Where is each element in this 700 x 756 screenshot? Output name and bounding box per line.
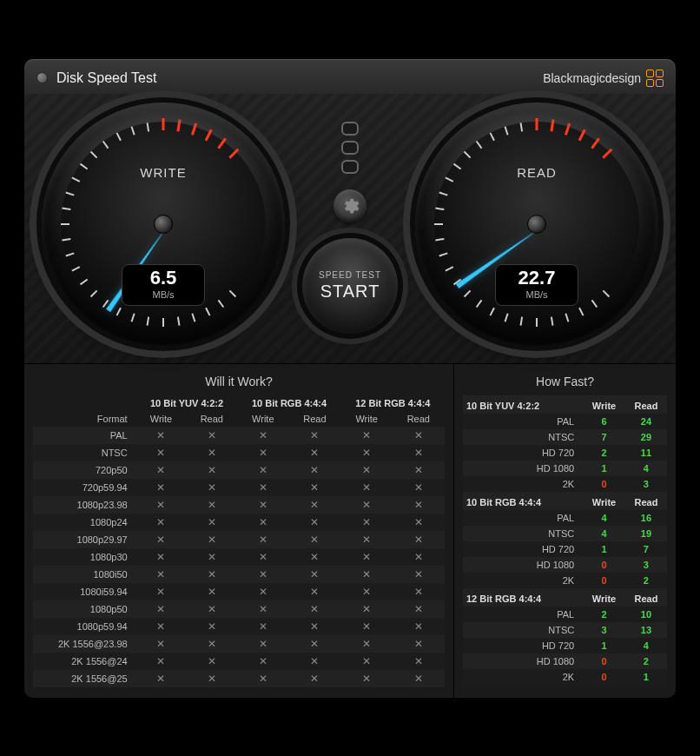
indicator-pill (341, 122, 359, 136)
table-row: 1080p50✕✕✕✕✕✕ (33, 600, 445, 618)
fail-icon: ✕ (136, 461, 187, 479)
read-fps: 1 (625, 669, 667, 685)
fail-icon: ✕ (237, 496, 288, 514)
fail-icon: ✕ (237, 653, 288, 670)
fail-icon: ✕ (136, 548, 187, 566)
fail-icon: ✕ (288, 635, 340, 653)
table-row: HD 720 1 4 (463, 638, 667, 653)
fail-icon: ✕ (341, 548, 393, 566)
write-fps: 1 (583, 541, 625, 557)
read-unit: MB/s (496, 289, 578, 300)
fail-icon: ✕ (288, 583, 340, 600)
format-label: 2K (463, 476, 583, 492)
format-label: HD 720 (463, 445, 583, 461)
table-row: 1080p23.98✕✕✕✕✕✕ (33, 496, 445, 514)
write-fps: 0 (583, 653, 625, 669)
fail-icon: ✕ (186, 444, 237, 461)
format-label: 2K 1556@24 (33, 653, 136, 670)
fail-icon: ✕ (341, 479, 393, 496)
fail-icon: ✕ (136, 653, 187, 670)
format-label: 2K (463, 669, 583, 685)
fail-icon: ✕ (186, 618, 237, 635)
start-subtitle: SPEED TEST (319, 270, 381, 280)
fail-icon: ✕ (393, 618, 445, 635)
fail-icon: ✕ (136, 531, 187, 548)
fail-icon: ✕ (237, 566, 288, 583)
fail-icon: ✕ (136, 583, 187, 600)
read-fps: 3 (625, 557, 667, 573)
fail-icon: ✕ (341, 600, 393, 618)
format-label: NTSC (463, 429, 583, 445)
fail-icon: ✕ (186, 531, 237, 548)
how-fast-panel: How Fast? 10 Bit YUV 4:2:2WriteReadPAL 6… (454, 364, 676, 698)
brand-logo-icon (646, 70, 664, 87)
read-fps: 4 (625, 461, 667, 476)
fail-icon: ✕ (237, 444, 288, 461)
fail-icon: ✕ (186, 653, 237, 670)
format-label: PAL (463, 414, 583, 429)
close-button[interactable] (36, 72, 48, 83)
fail-icon: ✕ (341, 566, 393, 583)
fail-icon: ✕ (341, 496, 393, 514)
fail-icon: ✕ (288, 600, 340, 618)
write-fps: 1 (583, 638, 625, 653)
table-row: 2K 1556@24✕✕✕✕✕✕ (33, 653, 445, 670)
table-row: 2K 0 2 (463, 573, 667, 588)
fail-icon: ✕ (393, 600, 445, 618)
table-row: PAL✕✕✕✕✕✕ (33, 427, 445, 444)
fail-icon: ✕ (136, 566, 187, 583)
table-row: 2K 1556@23.98✕✕✕✕✕✕ (33, 635, 445, 653)
indicator-pill (341, 141, 359, 155)
write-fps: 2 (583, 607, 625, 622)
will-it-work-title: Will it Work? (33, 371, 445, 395)
table-row: NTSC 3 13 (463, 622, 667, 638)
read-fps: 13 (625, 622, 667, 638)
table-row: 1080i50✕✕✕✕✕✕ (33, 566, 445, 583)
fail-icon: ✕ (237, 427, 288, 444)
wiw-group-header: 12 Bit RGB 4:4:4 (341, 395, 445, 411)
write-value: 6.5 (122, 269, 204, 288)
read-readout: 22.7 MB/s (495, 264, 578, 306)
fail-icon: ✕ (393, 548, 445, 566)
format-label: NTSC (463, 622, 583, 638)
format-label: HD 1080 (463, 653, 583, 669)
write-fps: 3 (583, 622, 625, 638)
how-fast-table: 10 Bit YUV 4:2:2WriteReadPAL 6 24NTSC 7 … (463, 395, 667, 685)
fail-icon: ✕ (186, 496, 237, 514)
start-button[interactable]: SPEED TEST START (302, 238, 398, 334)
wiw-col-header: Format (33, 411, 136, 427)
fail-icon: ✕ (186, 427, 237, 444)
fail-icon: ✕ (341, 531, 393, 548)
write-unit: MB/s (122, 289, 204, 300)
fail-icon: ✕ (237, 583, 288, 600)
format-label: 1080p30 (33, 548, 136, 566)
format-label: 2K (463, 573, 583, 588)
format-label: 1080p24 (33, 514, 136, 531)
write-fps: 0 (583, 573, 625, 588)
write-gauge-label: WRITE (42, 165, 285, 180)
disk-speed-test-window: Disk Speed Test Blackmagicdesign WRITE 6… (24, 59, 676, 698)
fail-icon: ✕ (237, 514, 288, 531)
table-row: 1080i59.94✕✕✕✕✕✕ (33, 583, 445, 600)
fail-icon: ✕ (341, 514, 393, 531)
section-header: 12 Bit RGB 4:4:4WriteRead (463, 588, 667, 607)
wiw-col-header: Write (136, 411, 187, 427)
fail-icon: ✕ (341, 461, 393, 479)
fail-icon: ✕ (341, 583, 393, 600)
fail-icon: ✕ (288, 427, 340, 444)
table-row: 2K 0 1 (463, 669, 667, 685)
format-label: PAL (33, 427, 136, 444)
format-label: 720p59.94 (33, 479, 136, 496)
format-label: NTSC (463, 526, 583, 541)
window-title: Disk Speed Test (56, 70, 543, 86)
settings-button[interactable] (333, 189, 367, 222)
read-fps: 10 (625, 607, 667, 622)
fail-icon: ✕ (186, 583, 237, 600)
fail-icon: ✕ (288, 496, 340, 514)
fail-icon: ✕ (136, 635, 187, 653)
table-row: 1080p24✕✕✕✕✕✕ (33, 514, 445, 531)
fail-icon: ✕ (136, 479, 187, 496)
gauges-area: WRITE 6.5 MB/s SPEED TEST START (24, 94, 676, 363)
format-label: 2K 1556@23.98 (33, 635, 136, 653)
format-label: 2K 1556@25 (33, 670, 136, 687)
